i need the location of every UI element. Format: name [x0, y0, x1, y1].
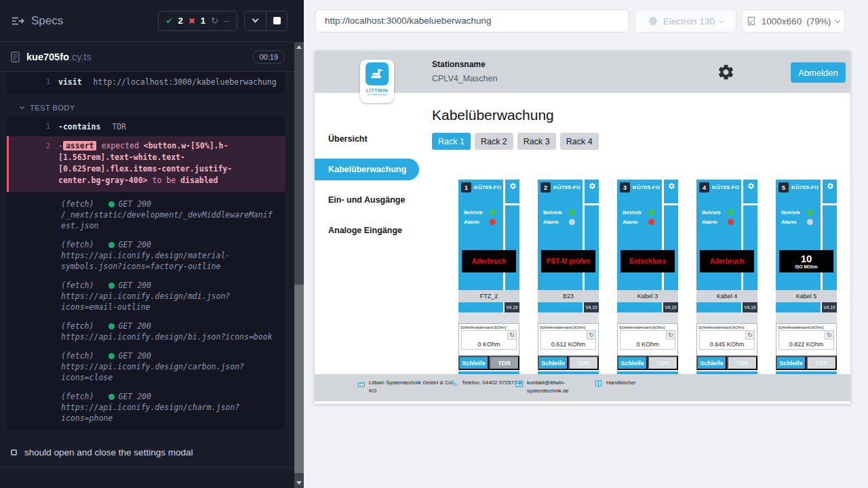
card-bottom-strip	[617, 370, 678, 371]
sidebar-item-kabelüberwachung[interactable]: Kabelüberwachung	[315, 159, 419, 180]
resistance-value: 0.612 KOhm	[541, 341, 595, 348]
failed-cross-icon: ✖	[189, 16, 195, 26]
card-settings-icon[interactable]	[747, 182, 755, 190]
specs-toggle[interactable]: Specs	[11, 14, 63, 28]
card-settings-icon[interactable]	[827, 182, 834, 190]
fetch-label: (fetch)	[61, 321, 94, 331]
tdr-button: TDR	[568, 356, 599, 370]
card-buttons: SchleifeTDR	[776, 356, 837, 370]
sidebar-item-ein-und-ausgänge[interactable]: Ein- und Ausgänge	[315, 189, 420, 211]
cable-name: FTZ_2	[458, 290, 519, 302]
command-method: visit	[58, 77, 82, 87]
fetch-log-entry: (fetch)GET 200https://api.iconify.design…	[7, 234, 285, 274]
betrieb-led	[490, 209, 496, 216]
viewport-size-value: 1000x660	[762, 16, 802, 26]
status-display: 10ISO MOhm	[779, 250, 833, 272]
loop-button[interactable]: Schleife	[696, 356, 727, 370]
resistance-panel: Schleifenwiderstand [kOhm]↻0 KOhm	[617, 323, 678, 356]
cable-name: Kabel 4	[696, 290, 757, 302]
contains-command-row[interactable]: 1 -contains TDR	[7, 119, 285, 135]
sidebar-item-analoge-eingänge[interactable]: Analoge Eingänge	[315, 220, 420, 241]
stop-tests-button[interactable]	[266, 12, 287, 30]
fetch-status: GET 200	[108, 199, 151, 209]
refresh-icon[interactable]: ↻	[825, 331, 833, 340]
settings-gear-icon[interactable]	[717, 63, 735, 84]
test-body-section-header[interactable]: TEST BODY	[20, 104, 294, 112]
firmware-version: V4.19	[505, 302, 519, 312]
scroll-up-arrow-icon[interactable]	[296, 45, 302, 49]
company-logo: LITTWIN SYSTEMTECHNIK	[360, 60, 394, 103]
spec-file-row[interactable]: kue705fo .cy.ts 00:19	[0, 42, 294, 72]
scroll-down-arrow-icon[interactable]	[296, 481, 302, 485]
resistance-value: 0.645 KOhm	[700, 341, 754, 348]
collapse-all-button[interactable]	[245, 12, 266, 30]
loop-button[interactable]: Schleife	[776, 356, 806, 370]
refresh-icon[interactable]: ↻	[745, 331, 754, 340]
loop-button[interactable]: Schleife	[458, 356, 489, 370]
footer-item-email[interactable]: kontakt@littwin-systemtechnik.de	[515, 379, 577, 396]
fetch-log-entry: (fetch)GET 200https://api.iconify.design…	[7, 274, 285, 315]
status-message: Aderbruch	[710, 258, 745, 265]
success-dot-icon	[108, 201, 115, 207]
fetch-log-entry: (fetch)GET 200/_next/static/development/…	[7, 193, 285, 234]
url-input[interactable]: http://localhost:3000/kabelueberwachung	[315, 9, 629, 33]
card-settings-icon[interactable]	[589, 182, 596, 190]
tdr-button[interactable]: TDR	[489, 356, 519, 370]
refresh-icon[interactable]: ↻	[587, 331, 595, 340]
scrollbar-thumb[interactable]	[294, 285, 304, 473]
loop-button[interactable]: Schleife	[617, 356, 648, 370]
chevron-down-icon	[252, 16, 259, 23]
footer-item-book[interactable]: Handbücher	[594, 379, 669, 390]
fetch-status: GET 200	[108, 240, 151, 249]
runner-scrollbar[interactable]	[294, 42, 304, 488]
command-log: 1 visit http://localhost:3000/kabelueber…	[0, 72, 294, 468]
card-strip-divider	[823, 203, 837, 205]
fetch-label: (fetch)	[61, 240, 94, 249]
fetch-url: https://api.iconify.design/charm.json?ic…	[61, 402, 275, 424]
refresh-icon[interactable]: ↻	[507, 331, 516, 340]
tab-rack-2[interactable]: Rack 2	[475, 133, 513, 150]
tab-rack-3[interactable]: Rack 3	[517, 133, 556, 150]
sidebar-item-übersicht[interactable]: Übersicht	[315, 128, 420, 150]
station-value: CPLV4_Maschen	[432, 74, 497, 83]
resistance-value: 0 KOhm	[620, 341, 675, 348]
cable-name: B23	[538, 290, 599, 302]
betrieb-led	[728, 209, 734, 216]
card-settings-icon[interactable]	[668, 182, 675, 190]
station-info: Stationsname CPLV4_Maschen	[432, 60, 497, 83]
betrieb-status-row: Betrieb	[781, 209, 813, 216]
runner-header: Specs ✔ 2 ✖ 1 ↻ --	[0, 0, 294, 42]
status-message: Erdschluss	[629, 258, 666, 265]
browser-select[interactable]: Electron 130	[635, 9, 736, 33]
card-buttons: SchleifeTDR	[617, 356, 678, 370]
rack-card-5: 5KÜ705-FOBetriebAlarm10ISO MOhmKabel 5V4…	[776, 180, 837, 374]
pending-test-row[interactable]: should open and close the settings modal	[0, 439, 294, 468]
refresh-icon[interactable]: ↻	[666, 331, 675, 340]
resistance-field: ↻0 KOhm	[620, 330, 675, 350]
spec-name: kue705fo	[26, 52, 69, 62]
status-display: Aderbruch	[700, 250, 754, 272]
status-display: PST-M prüfen	[541, 250, 595, 272]
app-footer: Littwin Systemtechnik GmbH & Co. KGTelef…	[315, 374, 850, 401]
footer-item-factory[interactable]: Littwin Systemtechnik GmbH & Co. KG	[357, 379, 459, 396]
visit-command-row[interactable]: 1 visit http://localhost:3000/kabelueber…	[7, 74, 285, 90]
tab-rack-1[interactable]: Rack 1	[432, 133, 471, 150]
card-number: 1	[461, 182, 471, 192]
command-number: 2	[34, 140, 50, 152]
logout-button[interactable]: Abmelden	[791, 62, 846, 83]
success-dot-icon	[108, 394, 115, 400]
app-header: Stationsname CPLV4_Maschen Abmelden	[315, 51, 850, 93]
card-strip-divider	[664, 203, 678, 205]
footer-item-phone[interactable]: Telefon: 04402 972577-0	[450, 379, 525, 390]
chevron-down-icon	[835, 17, 840, 22]
alarm-led	[728, 219, 734, 225]
viewport-size-select[interactable]: 1000x660 (79%)	[742, 9, 845, 33]
tab-rack-4[interactable]: Rack 4	[560, 133, 599, 150]
resistance-label: Schleifenwiderstand [kOhm]	[698, 325, 751, 329]
resistance-label: Schleifenwiderstand [kOhm]	[460, 325, 513, 329]
firmware-version: V4.19	[663, 302, 678, 312]
failed-assert-row[interactable]: 2 -assert expected <button.w-[50%].h-[1.…	[7, 136, 285, 192]
assert-badge: assert	[63, 141, 97, 150]
card-settings-icon[interactable]	[509, 182, 517, 190]
loop-button[interactable]: Schleife	[538, 356, 568, 370]
